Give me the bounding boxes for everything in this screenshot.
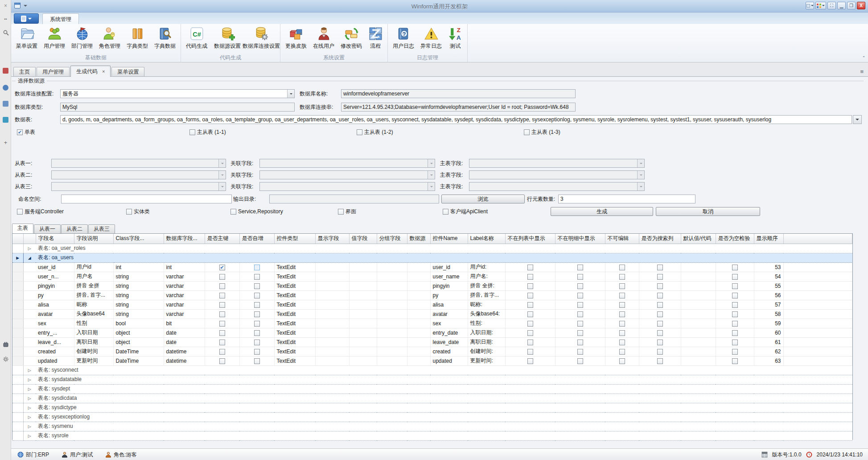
- checkbox-icon[interactable]: [619, 311, 625, 317]
- cell-control-type[interactable]: TextEdit: [274, 262, 315, 272]
- ribbon-button-database-gear[interactable]: 数据库连接设置: [244, 25, 278, 54]
- cell-field-desc[interactable]: 入职日期: [74, 328, 113, 337]
- tables-dropdown-icon[interactable]: [853, 115, 862, 124]
- ribbon-button-warning[interactable]: 异常日志: [417, 25, 445, 54]
- checkbox-icon[interactable]: [619, 349, 625, 355]
- field-row-created[interactable]: created创建时间DateTimedatetimeTextEditcreat…: [12, 347, 852, 356]
- grid-tab-主表[interactable]: 主表: [12, 224, 33, 233]
- cell-db-field[interactable]: varchar: [164, 281, 205, 290]
- cell-value-field[interactable]: [349, 337, 377, 347]
- column-header[interactable]: 控件类型: [274, 234, 315, 244]
- checkbox-icon[interactable]: [443, 209, 448, 215]
- cell-label-name[interactable]: 创建时间:: [468, 347, 505, 356]
- cell-display-order[interactable]: 56: [754, 290, 783, 300]
- cell-group-field[interactable]: [377, 337, 407, 347]
- relation-field-combo-1[interactable]: [259, 159, 435, 168]
- cell-group-field[interactable]: [377, 356, 407, 365]
- conn-config-combo[interactable]: 服务器: [60, 89, 295, 98]
- cell-control-type[interactable]: TextEdit: [274, 290, 315, 300]
- master-field-combo-3[interactable]: [469, 182, 645, 191]
- cell-default-value[interactable]: [681, 309, 716, 319]
- field-row-updated[interactable]: updated更新时间DateTimedatetimeTextEditupdat…: [12, 356, 852, 365]
- cell-display-order[interactable]: 57: [754, 300, 783, 309]
- dock-plus-icon[interactable]: +: [0, 139, 11, 146]
- checkbox-icon[interactable]: [219, 321, 225, 327]
- cell-display-field[interactable]: [315, 356, 349, 365]
- cell-datasource[interactable]: [407, 309, 430, 319]
- table-group-row[interactable]: ▶◢表名: oa_users: [12, 253, 852, 262]
- expand-collapsed-icon[interactable]: ▷: [23, 384, 36, 394]
- column-header[interactable]: 是否为搜索列: [639, 234, 681, 244]
- cell-control-name[interactable]: user_name: [430, 272, 468, 281]
- minimize-button[interactable]: ▁: [837, 2, 846, 9]
- cell-datasource[interactable]: [407, 262, 430, 272]
- ribbon-button-csharp[interactable]: C#代码生成: [183, 25, 210, 54]
- expand-collapsed-icon[interactable]: ▷: [23, 394, 36, 403]
- checkbox-icon[interactable]: [527, 311, 533, 317]
- cell-label-name[interactable]: 拼音, 首字...: [468, 290, 505, 300]
- cell-display-field[interactable]: [315, 272, 349, 281]
- cell-field-name[interactable]: entry_...: [36, 328, 74, 337]
- cell-group-field[interactable]: [377, 300, 407, 309]
- cell-display-field[interactable]: [315, 300, 349, 309]
- gen-checkbox-2[interactable]: 实体类: [126, 208, 150, 215]
- column-header[interactable]: 是否自增: [239, 234, 274, 244]
- table-group-row[interactable]: ▷表名: sysconnect: [12, 365, 852, 375]
- mode-checkbox-3[interactable]: 主从表 (1-2): [357, 128, 393, 136]
- cell-control-type[interactable]: TextEdit: [274, 337, 315, 347]
- checkbox-icon[interactable]: [619, 340, 625, 345]
- close-button[interactable]: X: [857, 2, 865, 9]
- checkbox-icon[interactable]: [619, 330, 625, 336]
- cancel-button[interactable]: 取消: [656, 207, 760, 216]
- cell-class-field[interactable]: bool: [113, 319, 164, 328]
- cell-value-field[interactable]: [349, 300, 377, 309]
- checkbox-icon[interactable]: [577, 330, 583, 336]
- doc-tab-用户管理[interactable]: 用户管理: [37, 67, 70, 77]
- column-header[interactable]: 不在列表中显示: [505, 234, 555, 244]
- relation-field-combo-3[interactable]: [259, 182, 435, 191]
- cell-control-type[interactable]: TextEdit: [274, 319, 315, 328]
- checkbox-icon[interactable]: [357, 129, 362, 135]
- cell-default-value[interactable]: [681, 328, 716, 337]
- column-header[interactable]: 控件Name: [430, 234, 468, 244]
- tab-list-menu-icon[interactable]: ≡: [860, 68, 864, 75]
- ribbon-button-skin-cubes[interactable]: 更换皮肤: [282, 25, 310, 54]
- cell-control-type[interactable]: TextEdit: [274, 328, 315, 337]
- cell-field-name[interactable]: sex: [36, 319, 74, 328]
- checkbox-icon[interactable]: [619, 321, 625, 327]
- cell-filler[interactable]: [783, 347, 852, 356]
- chevron-down-icon[interactable]: [637, 159, 644, 167]
- cell-group-field[interactable]: [377, 281, 407, 290]
- cell-label-name[interactable]: 入职日期:: [468, 328, 505, 337]
- cell-group-field[interactable]: [377, 309, 407, 319]
- cell-db-field[interactable]: varchar: [164, 290, 205, 300]
- cell-display-order[interactable]: 61: [754, 337, 783, 347]
- checkbox-icon[interactable]: [527, 349, 533, 355]
- cell-display-order[interactable]: 55: [754, 281, 783, 290]
- column-header[interactable]: 数据源: [407, 234, 430, 244]
- checkbox-icon[interactable]: [254, 274, 260, 280]
- checkbox-icon[interactable]: [657, 311, 663, 317]
- checkbox-icon[interactable]: [527, 302, 533, 308]
- cell-group-field[interactable]: [377, 319, 407, 328]
- cell-db-field[interactable]: varchar: [164, 309, 205, 319]
- field-row-entry_date[interactable]: entry_...入职日期objectdateTextEditentry_dat…: [12, 328, 852, 337]
- checkbox-icon[interactable]: [254, 330, 260, 336]
- cell-display-field[interactable]: [315, 347, 349, 356]
- cell-control-name[interactable]: alisa: [430, 300, 468, 309]
- checkbox-icon[interactable]: [254, 340, 260, 345]
- checkbox-icon[interactable]: [577, 283, 583, 289]
- cell-label-name[interactable]: 昵称:: [468, 300, 505, 309]
- column-header[interactable]: 不可编辑: [605, 234, 639, 244]
- checkbox-icon[interactable]: [254, 321, 260, 327]
- ribbon-tab-system-management[interactable]: 系统管理: [42, 13, 79, 24]
- cell-datasource[interactable]: [407, 356, 430, 365]
- checkbox-icon[interactable]: [126, 209, 132, 215]
- ribbon-button-book-question[interactable]: ?用户日志: [390, 25, 417, 54]
- cell-class-field[interactable]: string: [113, 290, 164, 300]
- column-header[interactable]: 数据库字段...: [164, 234, 205, 244]
- field-row-user_id[interactable]: user_id用户idintintTextEdituser_id用户id:53: [12, 262, 852, 272]
- checkbox-icon[interactable]: [219, 330, 225, 336]
- gen-checkbox-1[interactable]: 服务端Controller: [17, 208, 64, 215]
- cell-field-name[interactable]: leave_d...: [36, 337, 74, 347]
